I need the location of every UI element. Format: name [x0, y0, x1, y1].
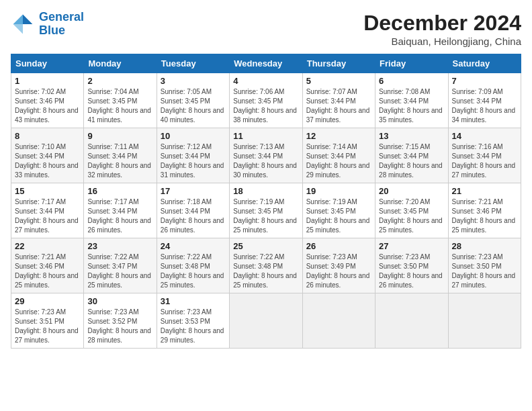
- calendar-cell: 10Sunrise: 7:12 AMSunset: 3:44 PMDayligh…: [157, 128, 229, 183]
- day-number: 21: [452, 186, 517, 196]
- calendar-cell: [375, 293, 448, 349]
- day-info: Sunrise: 7:07 AMSunset: 3:44 PMDaylight:…: [306, 87, 371, 125]
- calendar-cell: 12Sunrise: 7:14 AMSunset: 3:44 PMDayligh…: [302, 128, 375, 183]
- day-number: 20: [379, 186, 444, 196]
- calendar-cell: 24Sunrise: 7:22 AMSunset: 3:48 PMDayligh…: [157, 238, 229, 293]
- location: Baiquan, Heilongjiang, China: [363, 36, 521, 47]
- day-number: 4: [233, 76, 298, 86]
- day-number: 12: [306, 131, 371, 141]
- day-number: 13: [379, 131, 444, 141]
- calendar-cell: [302, 293, 375, 349]
- day-number: 1: [15, 76, 80, 86]
- day-info: Sunrise: 7:09 AMSunset: 3:44 PMDaylight:…: [452, 87, 517, 125]
- day-info: Sunrise: 7:23 AMSunset: 3:49 PMDaylight:…: [306, 253, 371, 290]
- calendar-cell: 13Sunrise: 7:15 AMSunset: 3:44 PMDayligh…: [375, 128, 448, 183]
- calendar-cell: [230, 293, 302, 349]
- logo-line2: Blue: [39, 24, 65, 37]
- day-info: Sunrise: 7:14 AMSunset: 3:44 PMDaylight:…: [306, 142, 371, 180]
- day-info: Sunrise: 7:10 AMSunset: 3:44 PMDaylight:…: [15, 142, 80, 180]
- weekday-header-wednesday: Wednesday: [230, 54, 302, 73]
- logo-text: General Blue: [39, 11, 84, 38]
- calendar-week-2: 8Sunrise: 7:10 AMSunset: 3:44 PMDaylight…: [11, 128, 521, 183]
- logo-line1: General: [39, 10, 84, 24]
- calendar-cell: 6Sunrise: 7:08 AMSunset: 3:44 PMDaylight…: [375, 73, 448, 128]
- day-info: Sunrise: 7:22 AMSunset: 3:47 PMDaylight:…: [87, 253, 152, 290]
- calendar-cell: 14Sunrise: 7:16 AMSunset: 3:44 PMDayligh…: [448, 128, 521, 183]
- day-number: 19: [306, 186, 371, 196]
- calendar-cell: 9Sunrise: 7:11 AMSunset: 3:44 PMDaylight…: [84, 128, 157, 183]
- day-info: Sunrise: 7:18 AMSunset: 3:44 PMDaylight:…: [161, 197, 226, 235]
- calendar-cell: 29Sunrise: 7:23 AMSunset: 3:51 PMDayligh…: [11, 293, 84, 349]
- day-number: 31: [161, 296, 226, 306]
- weekday-header-saturday: Saturday: [448, 54, 521, 73]
- calendar-cell: 26Sunrise: 7:23 AMSunset: 3:49 PMDayligh…: [302, 238, 375, 293]
- svg-marker-2: [13, 24, 23, 34]
- day-number: 7: [452, 76, 517, 86]
- title-block: December 2024 Baiquan, Heilongjiang, Chi…: [363, 11, 521, 47]
- day-info: Sunrise: 7:22 AMSunset: 3:48 PMDaylight:…: [161, 253, 226, 290]
- day-info: Sunrise: 7:19 AMSunset: 3:45 PMDaylight:…: [306, 197, 371, 235]
- day-number: 25: [233, 241, 298, 251]
- calendar-cell: [448, 293, 521, 349]
- calendar-cell: 11Sunrise: 7:13 AMSunset: 3:44 PMDayligh…: [230, 128, 302, 183]
- day-info: Sunrise: 7:04 AMSunset: 3:45 PMDaylight:…: [87, 87, 152, 125]
- day-info: Sunrise: 7:13 AMSunset: 3:44 PMDaylight:…: [233, 142, 298, 180]
- day-number: 22: [15, 241, 80, 251]
- calendar-cell: 4Sunrise: 7:06 AMSunset: 3:45 PMDaylight…: [230, 73, 302, 128]
- day-number: 6: [379, 76, 444, 86]
- day-info: Sunrise: 7:23 AMSunset: 3:53 PMDaylight:…: [161, 308, 226, 345]
- calendar-cell: 25Sunrise: 7:22 AMSunset: 3:48 PMDayligh…: [230, 238, 302, 293]
- day-info: Sunrise: 7:17 AMSunset: 3:44 PMDaylight:…: [15, 197, 80, 235]
- day-number: 28: [452, 241, 517, 251]
- day-number: 26: [306, 241, 371, 251]
- calendar-cell: 5Sunrise: 7:07 AMSunset: 3:44 PMDaylight…: [302, 73, 375, 128]
- calendar-cell: 16Sunrise: 7:17 AMSunset: 3:44 PMDayligh…: [84, 183, 157, 238]
- calendar-cell: 19Sunrise: 7:19 AMSunset: 3:45 PMDayligh…: [302, 183, 375, 238]
- weekday-header-monday: Monday: [84, 54, 157, 73]
- day-number: 11: [233, 131, 298, 141]
- day-info: Sunrise: 7:19 AMSunset: 3:45 PMDaylight:…: [233, 197, 298, 235]
- calendar-cell: 15Sunrise: 7:17 AMSunset: 3:44 PMDayligh…: [11, 183, 84, 238]
- calendar-cell: 23Sunrise: 7:22 AMSunset: 3:47 PMDayligh…: [84, 238, 157, 293]
- day-info: Sunrise: 7:11 AMSunset: 3:44 PMDaylight:…: [87, 142, 152, 180]
- day-number: 10: [161, 131, 226, 141]
- day-number: 29: [15, 296, 80, 306]
- day-number: 3: [161, 76, 226, 86]
- day-number: 24: [161, 241, 226, 251]
- day-info: Sunrise: 7:17 AMSunset: 3:44 PMDaylight:…: [87, 197, 152, 235]
- calendar-week-1: 1Sunrise: 7:02 AMSunset: 3:46 PMDaylight…: [11, 73, 521, 128]
- day-info: Sunrise: 7:21 AMSunset: 3:46 PMDaylight:…: [15, 253, 80, 290]
- day-number: 5: [306, 76, 371, 86]
- calendar-cell: 7Sunrise: 7:09 AMSunset: 3:44 PMDaylight…: [448, 73, 521, 128]
- day-info: Sunrise: 7:21 AMSunset: 3:46 PMDaylight:…: [452, 197, 517, 235]
- weekday-header-tuesday: Tuesday: [157, 54, 229, 73]
- day-info: Sunrise: 7:20 AMSunset: 3:45 PMDaylight:…: [379, 197, 444, 235]
- weekday-header-friday: Friday: [375, 54, 448, 73]
- calendar-cell: 8Sunrise: 7:10 AMSunset: 3:44 PMDaylight…: [11, 128, 84, 183]
- day-number: 17: [161, 186, 226, 196]
- weekday-header-sunday: Sunday: [11, 54, 84, 73]
- day-number: 9: [87, 131, 152, 141]
- calendar-cell: 2Sunrise: 7:04 AMSunset: 3:45 PMDaylight…: [84, 73, 157, 128]
- day-info: Sunrise: 7:08 AMSunset: 3:44 PMDaylight:…: [379, 87, 444, 125]
- calendar-week-3: 15Sunrise: 7:17 AMSunset: 3:44 PMDayligh…: [11, 183, 521, 238]
- day-info: Sunrise: 7:05 AMSunset: 3:45 PMDaylight:…: [161, 87, 226, 125]
- calendar-cell: 21Sunrise: 7:21 AMSunset: 3:46 PMDayligh…: [448, 183, 521, 238]
- day-info: Sunrise: 7:23 AMSunset: 3:50 PMDaylight:…: [379, 253, 444, 290]
- day-number: 2: [87, 76, 152, 86]
- day-number: 23: [87, 241, 152, 251]
- day-info: Sunrise: 7:22 AMSunset: 3:48 PMDaylight:…: [233, 253, 298, 290]
- day-number: 15: [15, 186, 80, 196]
- calendar-cell: 31Sunrise: 7:23 AMSunset: 3:53 PMDayligh…: [157, 293, 229, 349]
- day-info: Sunrise: 7:16 AMSunset: 3:44 PMDaylight:…: [452, 142, 517, 180]
- svg-marker-1: [13, 14, 23, 24]
- weekday-header-row: SundayMondayTuesdayWednesdayThursdayFrid…: [11, 54, 521, 73]
- day-info: Sunrise: 7:06 AMSunset: 3:45 PMDaylight:…: [233, 87, 298, 125]
- day-number: 30: [87, 296, 152, 306]
- day-info: Sunrise: 7:12 AMSunset: 3:44 PMDaylight:…: [161, 142, 226, 180]
- logo: General Blue: [11, 11, 84, 38]
- day-number: 8: [15, 131, 80, 141]
- calendar-cell: 3Sunrise: 7:05 AMSunset: 3:45 PMDaylight…: [157, 73, 229, 128]
- logo-icon: [11, 12, 35, 36]
- weekday-header-thursday: Thursday: [302, 54, 375, 73]
